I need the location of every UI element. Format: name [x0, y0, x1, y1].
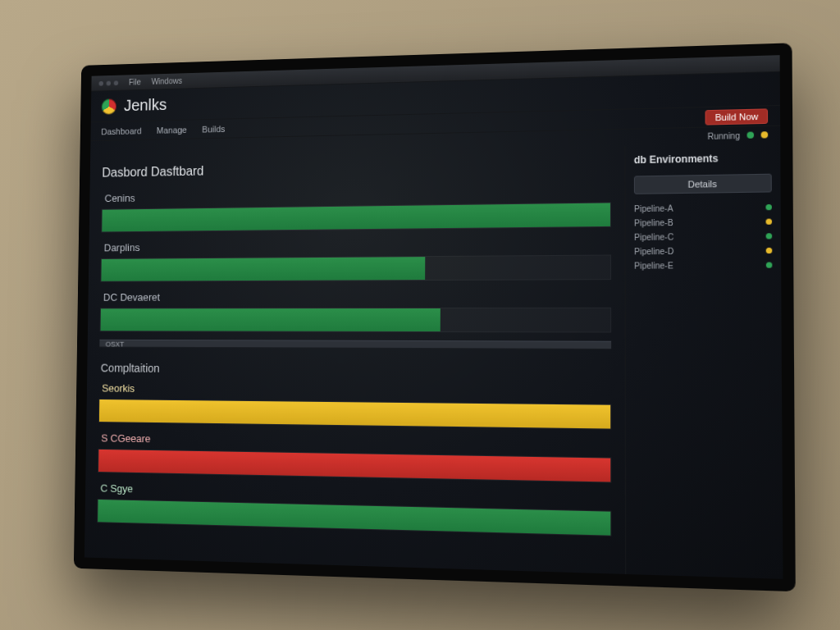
bar-group-b: SeorkisS CGeeareC Sgye: [97, 382, 611, 536]
sidebar-item[interactable]: Pipeline-A: [634, 203, 772, 213]
menubar-item[interactable]: Windows: [152, 76, 183, 86]
bar-track: [98, 449, 611, 483]
status-dot-warning-icon: [761, 131, 769, 138]
status-dot-icon: [766, 219, 773, 225]
bar-label: Seorkis: [102, 382, 611, 399]
status-dot-icon: [765, 204, 772, 210]
sidebar-item-label: Pipeline-E: [634, 260, 760, 270]
screen: File Windows Jenlks Dashboard Manage Bui…: [84, 55, 783, 579]
app-title: Jenlks: [124, 96, 167, 115]
bar-fill: [101, 308, 441, 331]
bar-label: Cenins: [104, 185, 610, 204]
status-dot-icon: [766, 233, 773, 239]
bar-group-a: CeninsDarplinsDC Devaeret: [100, 185, 612, 332]
jenkins-icon: [102, 98, 116, 114]
section-title: Dasbord Dasftbard: [102, 157, 611, 180]
monitor-frame: File Windows Jenlks Dashboard Manage Bui…: [74, 43, 796, 591]
bar-label: Darplins: [104, 237, 611, 253]
bar-row[interactable]: Cenins: [101, 185, 611, 232]
bar-track: [100, 254, 611, 281]
sidebar-item-label: Pipeline-B: [634, 217, 760, 228]
bar-row[interactable]: Darplins: [100, 237, 611, 282]
sidebar-item-label: Pipeline-D: [634, 246, 760, 256]
sidebar-item[interactable]: Pipeline-E: [634, 260, 772, 270]
group-divider: OSXT: [99, 340, 611, 349]
bar-row[interactable]: DC Devaeret: [100, 290, 612, 332]
sidebar-heading: db Environments: [634, 152, 772, 166]
sidebar: db Environments Details Pipeline-APipeli…: [624, 143, 783, 579]
bar-fill: [98, 450, 610, 482]
status-dot-success-icon: [747, 132, 755, 139]
content-area: Dasbord Dasftbard CeninsDarplinsDC Devae…: [84, 143, 783, 579]
sidebar-item[interactable]: Pipeline-D: [634, 246, 772, 257]
window-controls[interactable]: [99, 80, 119, 85]
action-button[interactable]: Build Now: [705, 108, 768, 125]
bar-track: [97, 499, 611, 536]
bar-track: [101, 202, 611, 232]
menubar-item[interactable]: File: [129, 78, 141, 87]
section-subtitle: Compltaition: [101, 362, 611, 378]
bar-row[interactable]: S CGeeare: [98, 432, 611, 483]
nav-item-manage[interactable]: Manage: [157, 125, 187, 135]
status-label: Running: [708, 130, 741, 140]
sidebar-item[interactable]: Pipeline-B: [634, 217, 772, 227]
bar-track: [100, 308, 612, 333]
status-dot-icon: [766, 248, 773, 253]
bar-row[interactable]: Seorkis: [98, 382, 611, 430]
nav-item-builds[interactable]: Builds: [202, 124, 225, 134]
bar-fill: [99, 399, 610, 429]
sidebar-item-label: Pipeline-A: [634, 203, 760, 213]
status-dot-icon: [766, 262, 773, 267]
nav-item-dashboard[interactable]: Dashboard: [101, 126, 141, 136]
bar-row[interactable]: C Sgye: [97, 482, 611, 536]
bar-fill: [98, 500, 610, 536]
sidebar-item[interactable]: Pipeline-C: [634, 231, 772, 242]
main-panel: Dasbord Dasftbard CeninsDarplinsDC Devae…: [84, 146, 625, 574]
bar-fill: [101, 257, 425, 281]
sidebar-item-label: Pipeline-C: [634, 231, 760, 242]
sidebar-list: Pipeline-APipeline-BPipeline-CPipeline-D…: [634, 203, 772, 271]
bar-track: [98, 399, 611, 430]
webcam: [418, 58, 425, 65]
bar-fill: [102, 203, 610, 231]
bar-label: DC Devaeret: [103, 290, 611, 303]
sidebar-button-secondary[interactable]: Details: [634, 174, 772, 194]
